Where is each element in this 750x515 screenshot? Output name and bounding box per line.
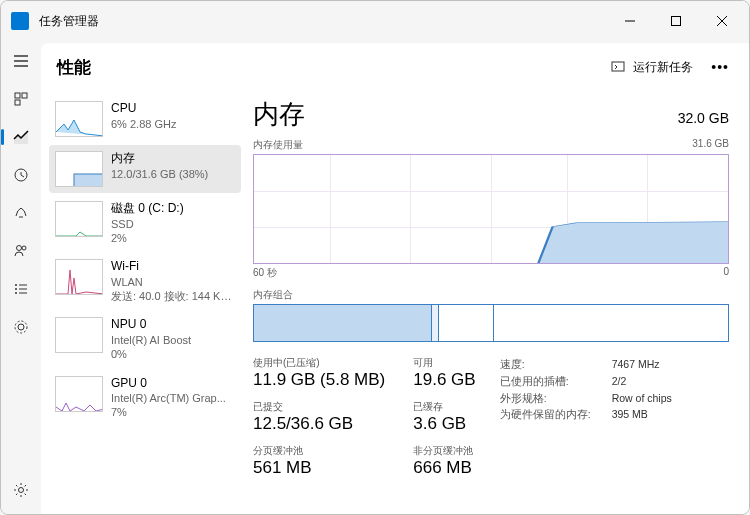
- sidebar-item-gpu[interactable]: GPU 0Intel(R) Arc(TM) Grap...7%: [49, 370, 241, 426]
- svg-point-20: [18, 324, 24, 330]
- memory-total: 32.0 GB: [678, 110, 729, 126]
- app-icon: [11, 12, 29, 30]
- svg-point-22: [19, 488, 24, 493]
- gpu-thumb: [55, 376, 103, 412]
- npu-thumb: [55, 317, 103, 353]
- page-header: 性能 运行新任务 •••: [41, 43, 749, 91]
- users-icon[interactable]: [11, 241, 31, 261]
- performance-icon[interactable]: [11, 127, 31, 147]
- detail-panel: 内存 32.0 GB 内存使用量 31.6 GB 60 秒: [241, 91, 749, 514]
- settings-icon[interactable]: [11, 480, 31, 500]
- history-icon[interactable]: [11, 165, 31, 185]
- sidebar-item-cpu[interactable]: CPU6% 2.88 GHz: [49, 95, 241, 143]
- sidebar-item-memory[interactable]: 内存12.0/31.6 GB (38%): [49, 145, 241, 193]
- stat-available: 可用 19.6 GB: [413, 356, 475, 390]
- svg-point-14: [15, 284, 17, 286]
- services-icon[interactable]: [11, 317, 31, 337]
- memory-usage-chart: [253, 154, 729, 264]
- svg-point-12: [17, 246, 22, 251]
- page-title: 性能: [57, 56, 91, 79]
- sidebar-item-wifi[interactable]: Wi-FiWLAN发送: 40.0 接收: 144 Kbps: [49, 253, 241, 309]
- usage-chart-max: 31.6 GB: [692, 138, 729, 152]
- svg-rect-8: [22, 93, 27, 98]
- startup-icon[interactable]: [11, 203, 31, 223]
- memory-composition-bar: [253, 304, 729, 342]
- window-title: 任务管理器: [39, 13, 99, 30]
- svg-point-21: [15, 321, 27, 333]
- axis-left-label: 60 秒: [253, 266, 277, 280]
- memory-thumb: [55, 151, 103, 187]
- stat-cached: 已缓存 3.6 GB: [413, 400, 475, 434]
- stat-paged: 分页缓冲池 561 MB: [253, 444, 385, 478]
- run-new-task-button[interactable]: 运行新任务: [611, 59, 693, 76]
- cpu-thumb: [55, 101, 103, 137]
- maximize-button[interactable]: [653, 6, 699, 36]
- window-controls: [607, 6, 745, 36]
- svg-rect-9: [15, 100, 20, 105]
- svg-marker-25: [538, 222, 728, 263]
- more-options-button[interactable]: •••: [707, 59, 733, 75]
- run-task-label: 运行新任务: [633, 59, 693, 76]
- stat-committed: 已提交 12.5/36.6 GB: [253, 400, 385, 434]
- details-icon[interactable]: [11, 279, 31, 299]
- stat-in-use: 使用中(已压缩) 11.9 GB (5.8 MB): [253, 356, 385, 390]
- run-task-icon: [611, 59, 627, 75]
- svg-rect-7: [15, 93, 20, 98]
- sidebar-item-disk[interactable]: 磁盘 0 (C: D:)SSD2%: [49, 195, 241, 251]
- svg-point-18: [15, 292, 17, 294]
- detail-title: 内存: [253, 97, 305, 132]
- composition-label: 内存组合: [253, 288, 729, 302]
- stat-nonpaged: 非分页缓冲池 666 MB: [413, 444, 475, 478]
- axis-right-label: 0: [723, 266, 729, 280]
- seg-free: [494, 305, 728, 341]
- minimize-button[interactable]: [607, 6, 653, 36]
- seg-in-use: [254, 305, 432, 341]
- processes-icon[interactable]: [11, 89, 31, 109]
- title-bar: 任务管理器: [1, 1, 749, 41]
- disk-thumb: [55, 201, 103, 237]
- svg-point-16: [15, 288, 17, 290]
- svg-rect-1: [672, 17, 681, 26]
- close-button[interactable]: [699, 6, 745, 36]
- resource-sidebar: CPU6% 2.88 GHz 内存12.0/31.6 GB (38%) 磁盘 0…: [41, 91, 241, 514]
- usage-chart-label: 内存使用量: [253, 138, 303, 152]
- seg-standby: [439, 305, 494, 341]
- spec-table: 速度:7467 MHz 已使用的插槽:2/2 外形规格:Row of chips…: [500, 356, 672, 478]
- seg-modified: [432, 305, 439, 341]
- svg-point-13: [22, 246, 26, 250]
- svg-rect-23: [612, 62, 624, 71]
- wifi-thumb: [55, 259, 103, 295]
- hamburger-icon[interactable]: [11, 51, 31, 71]
- sidebar-item-npu[interactable]: NPU 0Intel(R) AI Boost0%: [49, 311, 241, 367]
- svg-rect-24: [74, 174, 103, 187]
- navigation-rail: [1, 41, 41, 514]
